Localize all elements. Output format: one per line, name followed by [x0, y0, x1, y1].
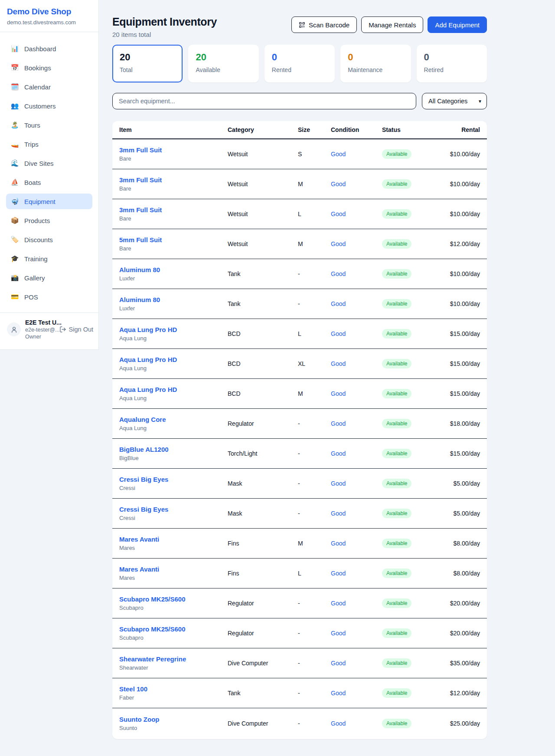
calendar-icon: 📅 — [10, 64, 19, 72]
size-cell: - — [298, 420, 331, 427]
item-name-link[interactable]: Steel 100 — [119, 685, 228, 693]
sidebar-item-label: Training — [24, 255, 48, 263]
sidebar-item-tours[interactable]: 🏝️Tours — [6, 117, 92, 133]
sidebar-item-label: Dashboard — [24, 45, 56, 53]
status-badge: Available — [382, 209, 411, 219]
item-name-link[interactable]: Aqua Lung Pro HD — [119, 356, 228, 363]
item-cell: Mares AvantiMares — [119, 565, 228, 581]
item-name-link[interactable]: Aqua Lung Pro HD — [119, 326, 228, 333]
size-cell: - — [298, 450, 331, 457]
brand-domain: demo.test.divestreams.com — [7, 19, 91, 26]
table-row: 5mm Full SuitBareWetsuitMGoodAvailable$1… — [112, 229, 487, 259]
table-header-row: Item Category Size Condition Status Rent… — [112, 121, 487, 139]
category-cell: Mask — [228, 480, 298, 487]
manage-rentals-label: Manage Rentals — [369, 21, 416, 29]
item-name-link[interactable]: Aluminum 80 — [119, 266, 228, 273]
search-input[interactable] — [112, 93, 416, 109]
condition-link[interactable]: Good — [331, 151, 382, 158]
graduation-cap-icon: 🎓 — [10, 255, 19, 263]
item-cell: Scubapro MK25/S600Scubapro — [119, 625, 228, 641]
item-name-link[interactable]: 3mm Full Suit — [119, 176, 228, 184]
sidebar-item-pos[interactable]: 💳POS — [6, 289, 92, 305]
rental-rate-cell: $35.00/day — [447, 660, 480, 667]
sidebar-item-customers[interactable]: 👥Customers — [6, 98, 92, 114]
condition-link[interactable]: Good — [331, 630, 382, 637]
sidebar-item-products[interactable]: 📦Products — [6, 213, 92, 228]
item-name-link[interactable]: Aqua Lung Pro HD — [119, 386, 228, 393]
page-title: Equipment Inventory — [112, 16, 217, 28]
condition-link[interactable]: Good — [331, 270, 382, 277]
stat-card-total[interactable]: 20Total — [112, 45, 183, 82]
item-name-link[interactable]: Mares Avanti — [119, 536, 228, 543]
condition-link[interactable]: Good — [331, 480, 382, 487]
condition-link[interactable]: Good — [331, 540, 382, 547]
sidebar-item-trips[interactable]: 🚤Trips — [6, 136, 92, 152]
condition-link[interactable]: Good — [331, 690, 382, 697]
col-header-rental: Rental — [447, 126, 480, 133]
condition-link[interactable]: Good — [331, 210, 382, 217]
status-badge: Available — [382, 299, 411, 309]
scan-barcode-button[interactable]: Scan Barcode — [291, 16, 357, 33]
brand-link[interactable]: Demo Dive Shop — [7, 7, 91, 16]
sidebar-item-gallery[interactable]: 📸Gallery — [6, 270, 92, 286]
item-cell: 3mm Full SuitBare — [119, 206, 228, 222]
rental-rate-cell: $25.00/day — [447, 720, 480, 727]
sidebar-item-dive-sites[interactable]: 🌊Dive Sites — [6, 155, 92, 171]
condition-link[interactable]: Good — [331, 300, 382, 307]
condition-link[interactable]: Good — [331, 420, 382, 427]
item-name-link[interactable]: Suunto Zoop — [119, 716, 228, 723]
stat-card-retired[interactable]: 0Retired — [417, 45, 487, 82]
sidebar-item-dashboard[interactable]: 📊Dashboard — [6, 41, 92, 56]
condition-link[interactable]: Good — [331, 360, 382, 367]
stat-card-available[interactable]: 20Available — [188, 45, 258, 82]
item-name-link[interactable]: Shearwater Peregrine — [119, 655, 228, 663]
rental-rate-cell: $8.00/day — [447, 540, 480, 547]
item-name-link[interactable]: Cressi Big Eyes — [119, 506, 228, 513]
condition-link[interactable]: Good — [331, 330, 382, 337]
condition-link[interactable]: Good — [331, 600, 382, 607]
size-cell: - — [298, 690, 331, 697]
item-name-link[interactable]: Aluminum 80 — [119, 296, 228, 303]
stat-label: Retired — [424, 66, 480, 73]
size-cell: - — [298, 270, 331, 277]
category-select[interactable]: All Categories ▼ — [422, 93, 487, 109]
condition-link[interactable]: Good — [331, 181, 382, 187]
sidebar-item-equipment[interactable]: 🤿Equipment — [6, 194, 92, 209]
item-name-link[interactable]: 3mm Full Suit — [119, 146, 228, 154]
item-name-link[interactable]: 3mm Full Suit — [119, 206, 228, 214]
item-brand: Cressi — [119, 485, 228, 491]
stat-card-rented[interactable]: 0Rented — [264, 45, 335, 82]
camera-icon: 📸 — [10, 274, 19, 282]
sidebar-item-discounts[interactable]: 🏷️Discounts — [6, 232, 92, 247]
sidebar-item-calendar[interactable]: 🗓️Calendar — [6, 79, 92, 95]
sidebar-item-training[interactable]: 🎓Training — [6, 251, 92, 266]
manage-rentals-button[interactable]: Manage Rentals — [361, 16, 423, 33]
condition-link[interactable]: Good — [331, 240, 382, 247]
condition-link[interactable]: Good — [331, 450, 382, 457]
add-equipment-button[interactable]: Add Equipment — [428, 16, 487, 33]
stat-label: Total — [120, 66, 175, 73]
item-name-link[interactable]: Scubapro MK25/S600 — [119, 625, 228, 633]
sidebar-item-boats[interactable]: ⛵Boats — [6, 174, 92, 190]
stat-card-maintenance[interactable]: 0Maintenance — [340, 45, 411, 82]
item-name-link[interactable]: BigBlue AL1200 — [119, 446, 228, 453]
condition-link[interactable]: Good — [331, 510, 382, 517]
rental-rate-cell: $18.00/day — [447, 420, 480, 427]
size-cell: - — [298, 630, 331, 637]
condition-link[interactable]: Good — [331, 720, 382, 727]
item-brand: Cressi — [119, 515, 228, 521]
condition-link[interactable]: Good — [331, 390, 382, 397]
sidebar-nav: 📊Dashboard📅Bookings🗓️Calendar👥Customers🏝… — [0, 32, 98, 311]
condition-link[interactable]: Good — [331, 570, 382, 577]
item-name-link[interactable]: Mares Avanti — [119, 565, 228, 573]
item-brand: Mares — [119, 575, 228, 581]
sidebar-item-bookings[interactable]: 📅Bookings — [6, 60, 92, 76]
diving-mask-icon: 🤿 — [10, 197, 19, 205]
item-name-link[interactable]: Cressi Big Eyes — [119, 476, 228, 483]
condition-link[interactable]: Good — [331, 660, 382, 667]
item-name-link[interactable]: Scubapro MK25/S600 — [119, 595, 228, 603]
item-name-link[interactable]: Aqualung Core — [119, 416, 228, 423]
sign-out-button[interactable]: Sign Out — [59, 326, 93, 333]
item-name-link[interactable]: 5mm Full Suit — [119, 236, 228, 243]
table-row: Aluminum 80LuxferTank-GoodAvailable$10.0… — [112, 259, 487, 289]
